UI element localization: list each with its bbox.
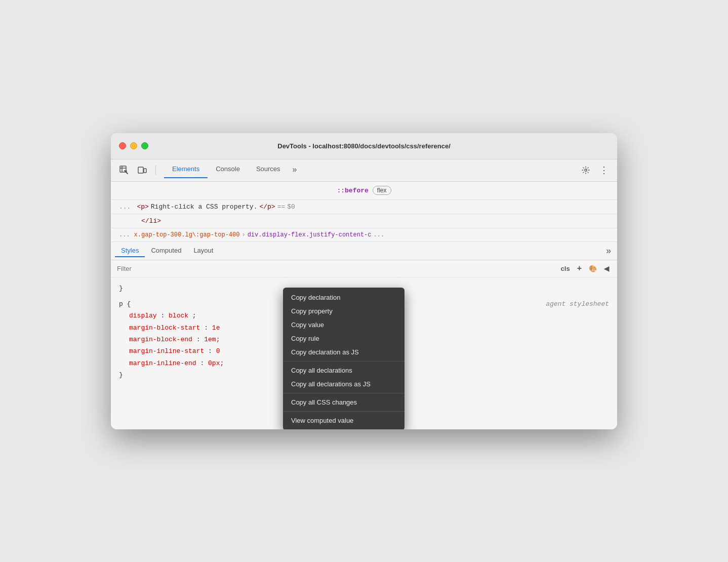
ctx-view-computed[interactable]: View computed value	[283, 414, 405, 427]
svg-rect-5	[144, 169, 146, 173]
breadcrumb: ... x.gap-top-300.lg\:gap-top-400 › div.…	[111, 228, 617, 242]
svg-point-6	[585, 169, 587, 171]
html-text-content: Right-click a CSS property.	[151, 203, 258, 211]
toolbar-divider	[155, 165, 156, 175]
titlebar: DevTools - localhost:8080/docs/devtools/…	[111, 133, 617, 159]
traffic-lights	[119, 142, 148, 149]
css-close-brace-1: }	[119, 285, 123, 292]
ctx-copy-declaration-js[interactable]: Copy declaration as JS	[283, 345, 405, 359]
ctx-divider-1	[283, 361, 405, 362]
ctx-copy-all-declarations-js[interactable]: Copy all declarations as JS	[283, 377, 405, 391]
tab-styles[interactable]: Styles	[115, 245, 145, 257]
html-open-tag: <p>	[137, 203, 148, 211]
css-close-brace-2: }	[119, 371, 123, 379]
pseudo-element-label: ::before	[337, 187, 368, 194]
minimize-button[interactable]	[130, 142, 137, 149]
cls-button[interactable]: cls	[559, 264, 572, 273]
close-button[interactable]	[119, 142, 126, 149]
html-li-row: </li>	[111, 214, 617, 228]
styles-panel-tabs: Styles Computed Layout »	[111, 242, 617, 260]
flex-badge: flex	[373, 186, 391, 195]
pseudo-element-bar: ::before flex	[111, 182, 617, 200]
tab-sources[interactable]: Sources	[248, 162, 289, 178]
ctx-copy-all-css[interactable]: Copy all CSS changes	[283, 395, 405, 409]
svg-rect-4	[138, 167, 143, 173]
filter-icons: cls + 🎨 ◀	[559, 263, 611, 274]
toolbar-right: ⋮	[579, 163, 611, 177]
devtools-window: DevTools - localhost:8080/docs/devtools/…	[111, 133, 617, 429]
tab-console[interactable]: Console	[208, 162, 248, 178]
ctx-copy-all-declarations[interactable]: Copy all declarations	[283, 364, 405, 377]
inspect-icon[interactable]	[117, 163, 131, 177]
tab-more[interactable]: »	[289, 162, 301, 178]
html-dollar: $0	[287, 203, 295, 211]
ctx-copy-value[interactable]: Copy value	[283, 318, 405, 332]
add-style-button[interactable]: +	[575, 263, 584, 274]
bc-link-2[interactable]: div.display-flex.justify-content-c	[248, 231, 372, 238]
tab-computed[interactable]: Computed	[145, 245, 187, 257]
context-menu: Copy declaration Copy property Copy valu…	[283, 288, 405, 429]
bc-more: ...	[374, 231, 385, 238]
ctx-copy-declaration[interactable]: Copy declaration	[283, 291, 405, 304]
tab-layout[interactable]: Layout	[187, 245, 219, 257]
maximize-button[interactable]	[141, 142, 148, 149]
window-title: DevTools - localhost:8080/docs/devtools/…	[277, 142, 451, 150]
style-inspector-icon[interactable]: 🎨	[587, 264, 599, 273]
bc-link-1[interactable]: x.gap-top-300.lg\:gap-top-400	[134, 231, 240, 238]
filter-input[interactable]	[117, 265, 555, 272]
tab-elements[interactable]: Elements	[164, 162, 208, 178]
bc-dots: ...	[119, 231, 130, 238]
settings-icon[interactable]	[579, 163, 593, 177]
html-close-tag: </p>	[259, 203, 275, 211]
devtools-toolbar: Elements Console Sources » ⋮	[111, 159, 617, 182]
main-tabs: Elements Console Sources »	[164, 162, 301, 178]
styles-more-icon[interactable]: »	[604, 244, 613, 258]
sidebar-toggle-icon[interactable]: ◀	[602, 264, 611, 273]
ctx-copy-rule[interactable]: Copy rule	[283, 332, 405, 345]
device-icon[interactable]	[135, 163, 149, 177]
styles-filter-row: cls + 🎨 ◀	[111, 260, 617, 277]
ctx-divider-2	[283, 393, 405, 393]
ctx-divider-3	[283, 411, 405, 412]
html-dots: ...	[119, 203, 131, 211]
html-li-tag: </li>	[141, 217, 161, 225]
ctx-copy-property[interactable]: Copy property	[283, 304, 405, 318]
html-element-row: ... <p> Right-click a CSS property. </p>…	[111, 200, 617, 214]
agent-stylesheet-comment: agent stylesheet	[546, 298, 609, 310]
html-equals: ==	[277, 203, 286, 211]
more-options-icon[interactable]: ⋮	[597, 163, 611, 177]
bc-separator: ›	[241, 231, 245, 238]
styles-tabs-right: »	[604, 244, 613, 258]
css-area: } p { agent stylesheet display : block ;…	[111, 277, 617, 429]
css-selector: p {	[119, 298, 131, 310]
